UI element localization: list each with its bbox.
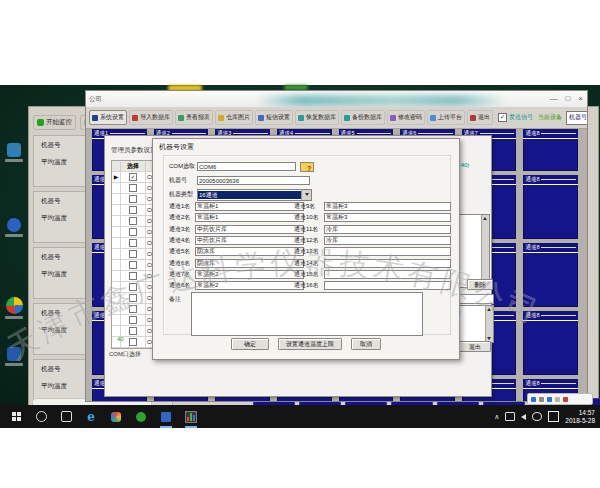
channel-name-input-16[interactable] [324, 281, 451, 290]
channel-name-input-13[interactable] [324, 247, 451, 256]
channel-name-input-9[interactable] [324, 202, 451, 211]
channel-name-row: 通道9名 [294, 201, 451, 212]
taskbar-apps: e [9, 409, 198, 425]
row-checkbox[interactable] [129, 184, 137, 192]
row-checkbox[interactable] [129, 261, 137, 269]
chart-app-icon[interactable] [184, 409, 198, 425]
row-checkbox[interactable] [129, 305, 137, 313]
main-title-bar: 公司 — □ × [86, 91, 587, 108]
row-checkbox[interactable] [129, 316, 137, 324]
set-channel-limit-button[interactable]: 设置通道温度上限 [278, 338, 342, 350]
channel-name-input-2[interactable] [195, 213, 304, 222]
ime-icon[interactable] [531, 397, 536, 402]
start-button[interactable] [9, 409, 23, 425]
ime-icon[interactable] [555, 397, 560, 402]
device-combo[interactable]: 机器号 200050003636 16通道 [566, 111, 588, 125]
channel-name-input-15[interactable] [324, 270, 451, 279]
toolbar-button-7[interactable]: 备份数据库 [341, 110, 385, 125]
cortana-icon[interactable] [34, 409, 48, 425]
row-checkbox[interactable] [129, 217, 137, 225]
green-app-icon[interactable] [134, 409, 148, 425]
tray-expand-icon[interactable]: ∧ [494, 413, 499, 420]
delete-button[interactable]: 删除 [467, 279, 493, 290]
row-checkbox[interactable] [129, 283, 137, 291]
toolbar-button-9[interactable]: 上传平台 [427, 110, 465, 125]
clock-date: 2018-5-28 [565, 417, 595, 425]
listbox-scrollbar[interactable] [481, 215, 489, 287]
toolbar-button-1[interactable]: 系统设置 [89, 110, 127, 125]
desktop-icon[interactable] [3, 143, 25, 162]
toolbar-button-6[interactable]: 恢复数据库 [295, 110, 339, 125]
avg-temp-label: 平均温度 [41, 158, 67, 167]
start-monitor-button[interactable]: 开始监控 [33, 115, 76, 130]
toolbar-button-4[interactable]: 仓库图片 [215, 110, 253, 125]
channel-name-input-12[interactable] [324, 236, 451, 245]
note-textarea[interactable] [191, 292, 423, 336]
maximize-icon[interactable]: □ [565, 93, 570, 104]
blue-app-icon[interactable] [159, 409, 173, 425]
channel-name-input-1[interactable] [195, 202, 304, 211]
channel-name-input-7[interactable] [195, 270, 304, 279]
paint-app-icon[interactable] [109, 409, 123, 425]
row-checkbox[interactable] [129, 294, 137, 302]
avg-temp-label: 平均温度 [41, 214, 67, 223]
window-controls: — □ × [549, 93, 583, 104]
task-view-icon[interactable] [59, 409, 73, 425]
network-icon[interactable] [532, 412, 542, 421]
display-icon[interactable] [505, 412, 515, 421]
channel-panel-header: 通道8 [523, 129, 578, 139]
row-checkbox[interactable] [129, 272, 137, 280]
row-checkbox[interactable] [129, 327, 137, 335]
toolbar-button-5[interactable]: 短信设置 [255, 110, 293, 125]
machine-type-combo[interactable]: 16通道 [197, 189, 312, 201]
desktop-icon[interactable] [3, 218, 25, 237]
toolbar-button-label: 系统设置 [100, 113, 124, 122]
channel-name-row: 通道7名 [169, 269, 304, 280]
ime-toolbar[interactable] [527, 393, 593, 405]
channel-name-input-8[interactable] [195, 281, 304, 290]
row-checkbox[interactable] [129, 338, 137, 346]
channel-name-row: 通道14名 [294, 257, 451, 268]
toolbar-button-2[interactable]: 导入数据库 [129, 110, 173, 125]
channel-name-input-14[interactable] [324, 259, 451, 268]
machine-label: 机器号 [41, 309, 61, 318]
channel-name-input-3[interactable] [195, 225, 304, 234]
toolbar-button-10[interactable]: 退出 [467, 110, 493, 125]
row-checkbox[interactable] [129, 239, 137, 247]
channel-name-input-10[interactable] [324, 213, 451, 222]
toolbar-button-icon [178, 115, 184, 121]
chevron-down-icon[interactable] [301, 190, 311, 200]
action-center-icon[interactable] [548, 411, 559, 422]
minimize-icon[interactable]: — [549, 93, 557, 104]
channel-name-input-6[interactable] [195, 259, 304, 268]
help-button[interactable]: ? [300, 162, 314, 172]
channel-name-input-11[interactable] [324, 225, 451, 234]
taskbar-clock[interactable]: 14:57 2018-5-28 [565, 409, 595, 425]
ime-icon[interactable] [547, 397, 552, 402]
desktop-icon[interactable] [3, 297, 25, 319]
row-checkbox[interactable] [129, 250, 137, 258]
speaker-icon[interactable] [521, 414, 526, 420]
com-input[interactable] [197, 162, 296, 171]
desktop-icon[interactable] [3, 347, 25, 366]
toolbar-button-3[interactable]: 查看报表 [175, 110, 213, 125]
close-icon[interactable]: × [578, 93, 583, 104]
row-checkbox[interactable]: ✓ [129, 173, 137, 181]
ime-icon[interactable] [539, 397, 544, 402]
listbox-scrollbar[interactable] [485, 306, 493, 342]
ime-icon[interactable] [563, 397, 568, 402]
row-checkbox[interactable] [129, 228, 137, 236]
admin-exit-button[interactable]: 退出 [459, 341, 491, 352]
row-checkbox[interactable] [129, 206, 137, 214]
edge-icon[interactable]: e [84, 409, 98, 425]
row-checkbox[interactable] [129, 195, 137, 203]
com-group-label: COM口选择 [109, 350, 141, 359]
send-signal-checkbox[interactable]: ✓ 发送信号 [498, 113, 533, 122]
toolbar-button-label: 仓库图片 [226, 113, 250, 122]
channel-name-input-4[interactable] [195, 236, 304, 245]
ok-button[interactable]: 确定 [231, 338, 269, 350]
toolbar-button-8[interactable]: 修改密码 [387, 110, 425, 125]
cancel-button[interactable]: 取消 [351, 338, 381, 350]
channel-name-input-5[interactable] [195, 247, 304, 256]
machine-no-input[interactable] [197, 176, 310, 185]
